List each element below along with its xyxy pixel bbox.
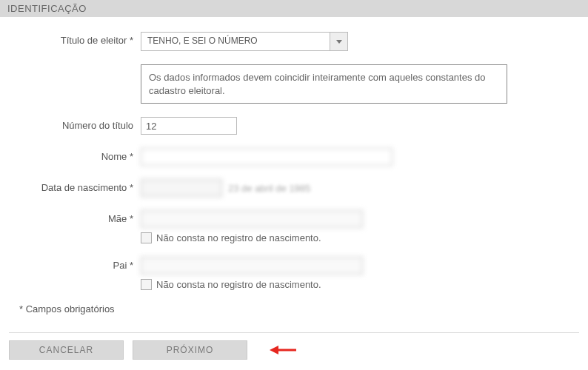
button-bar: CANCELAR PRÓXIMO [0, 337, 588, 369]
field-titulo: TENHO, E SEI O NÚMERO [141, 32, 573, 51]
input-pai[interactable] [141, 257, 363, 275]
row-info: Os dados informados devem coincidir inte… [15, 64, 573, 104]
input-numero-titulo[interactable] [141, 117, 237, 135]
select-titulo[interactable]: TENHO, E SEI O NÚMERO [141, 32, 348, 51]
chevron-down-icon [330, 33, 347, 50]
select-titulo-value: TENHO, E SEI O NÚMERO [141, 33, 330, 50]
label-nome: Nome * [15, 148, 141, 162]
next-button[interactable]: PRÓXIMO [133, 340, 247, 360]
label-numero: Número do título [15, 117, 141, 131]
row-mae: Mãe * Não consta no registro de nascimen… [15, 210, 573, 243]
cancel-button[interactable]: CANCELAR [9, 340, 124, 360]
section-header: IDENTIFICAÇÃO [0, 0, 588, 17]
label-mae: Mãe * [15, 210, 141, 224]
separator [9, 332, 579, 333]
row-nome: Nome * [15, 148, 573, 166]
checkbox-row-pai: Não consta no registro de nascimento. [141, 279, 573, 290]
checkbox-pai-nao-consta[interactable] [141, 279, 152, 290]
row-nascimento: Data de nascimento * 23 de abril de 1985 [15, 179, 573, 197]
checkbox-row-mae: Não consta no registro de nascimento. [141, 232, 573, 243]
input-data-nascimento[interactable] [141, 179, 222, 197]
label-titulo: Título de eleitor * [15, 32, 141, 46]
arrow-left-icon [270, 345, 296, 355]
label-nascimento: Data de nascimento * [15, 179, 141, 193]
nascimento-formatted: 23 de abril de 1985 [228, 183, 310, 194]
checkbox-label-pai: Não consta no registro de nascimento. [156, 279, 321, 290]
row-titulo: Título de eleitor * TENHO, E SEI O NÚMER… [15, 32, 573, 51]
checkbox-mae-nao-consta[interactable] [141, 232, 152, 243]
input-nome[interactable] [141, 148, 392, 166]
svg-marker-1 [270, 346, 278, 354]
row-pai: Pai * Não consta no registro de nascimen… [15, 257, 573, 290]
row-numero: Número do título [15, 117, 573, 135]
identification-form: Título de eleitor * TENHO, E SEI O NÚMER… [0, 17, 588, 332]
section-title: IDENTIFICAÇÃO [7, 3, 87, 14]
checkbox-label-mae: Não consta no registro de nascimento. [156, 232, 321, 243]
info-message: Os dados informados devem coincidir inte… [141, 64, 507, 104]
required-fields-note: * Campos obrigatórios [19, 303, 573, 314]
input-mae[interactable] [141, 210, 363, 228]
label-pai: Pai * [15, 257, 141, 271]
